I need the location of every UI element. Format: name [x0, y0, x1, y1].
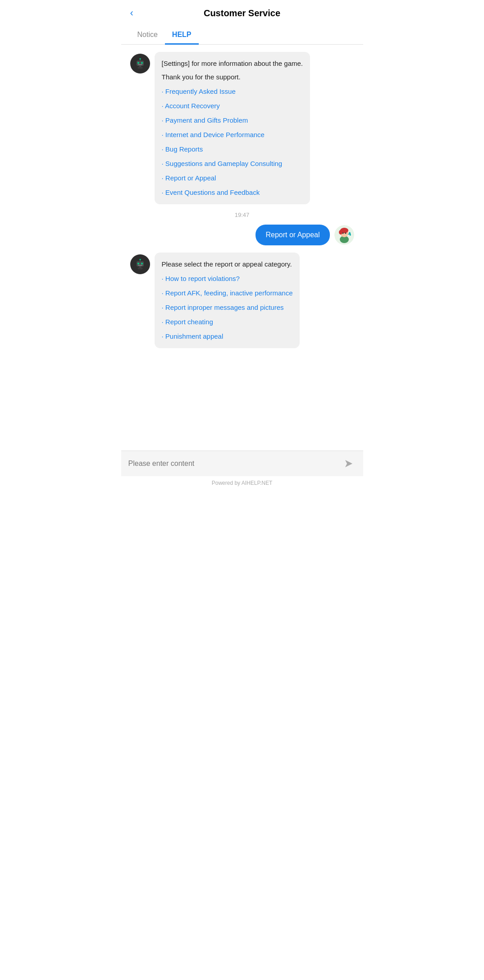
robot-icon-2 — [133, 257, 147, 271]
bot-message-2: Please select the report or appeal categ… — [130, 253, 354, 348]
svg-point-14 — [342, 233, 343, 234]
svg-point-3 — [141, 62, 143, 64]
page-title: Customer Service — [204, 8, 280, 18]
bot-message-1-line2: Thank you for the support. — [162, 72, 303, 83]
svg-point-24 — [139, 259, 141, 260]
link-faq[interactable]: · Frequently Asked Issue — [162, 86, 303, 97]
bot-avatar-2 — [130, 254, 150, 274]
user-message: Report or Appeal — [130, 225, 354, 245]
back-button[interactable]: ‹ — [130, 7, 133, 19]
svg-rect-8 — [137, 67, 142, 69]
message-input[interactable] — [128, 458, 342, 469]
svg-rect-25 — [139, 267, 141, 267]
send-icon — [343, 458, 354, 469]
tabs-bar: Notice HELP — [121, 26, 363, 45]
svg-point-20 — [137, 262, 139, 264]
link-report-appeal[interactable]: · Report or Appeal — [162, 173, 303, 184]
send-button[interactable] — [342, 456, 356, 471]
bot-message-1-line1: [Settings] for more information about th… — [162, 58, 303, 69]
link-report-improper[interactable]: · Report inproper messages and pictures — [162, 302, 293, 313]
link-internet[interactable]: · Internet and Device Performance — [162, 129, 303, 140]
link-account-recovery[interactable]: · Account Recovery — [162, 101, 303, 111]
link-punishment-appeal[interactable]: · Punishment appeal — [162, 331, 293, 342]
link-event-questions[interactable]: · Event Questions and Feedback — [162, 187, 303, 198]
user-bubble: Report or Appeal — [256, 225, 329, 245]
bot-message-1: [Settings] for more information about th… — [130, 52, 354, 204]
svg-rect-7 — [139, 66, 141, 67]
svg-rect-26 — [137, 267, 142, 269]
link-payment[interactable]: · Payment and Gifts Problem — [162, 115, 303, 126]
svg-point-21 — [141, 262, 143, 264]
bot-bubble-2: Please select the report or appeal categ… — [155, 253, 300, 348]
svg-point-13 — [339, 230, 342, 235]
tab-help[interactable]: HELP — [165, 26, 199, 45]
user-avatar-image — [334, 225, 354, 245]
link-report-cheating[interactable]: · Report cheating — [162, 317, 293, 327]
header: ‹ Customer Service — [121, 0, 363, 26]
bot-bubble-1: [Settings] for more information about th… — [155, 52, 310, 204]
footer-text: Powered by AIHELP.NET — [212, 480, 273, 486]
input-bar — [121, 451, 363, 476]
link-how-to-report[interactable]: · How to report violations? — [162, 273, 293, 284]
svg-point-2 — [137, 62, 139, 64]
link-suggestions[interactable]: · Suggestions and Gameplay Consulting — [162, 158, 303, 169]
bot-message-2-body: Please select the report or appeal categ… — [162, 259, 293, 270]
user-avatar — [334, 225, 354, 245]
link-report-afk[interactable]: · Report AFK, feeding, inactive performa… — [162, 288, 293, 299]
robot-icon — [133, 56, 147, 71]
svg-rect-4 — [138, 64, 142, 65]
tab-notice[interactable]: Notice — [130, 26, 165, 45]
svg-point-6 — [139, 58, 141, 60]
timestamp: 19:47 — [130, 212, 354, 218]
chat-area: [Settings] for more information about th… — [121, 45, 363, 451]
svg-point-15 — [345, 233, 346, 234]
link-bug-reports[interactable]: · Bug Reports — [162, 144, 303, 155]
bot-avatar-1 — [130, 54, 150, 74]
svg-rect-22 — [138, 265, 142, 266]
footer: Powered by AIHELP.NET — [121, 476, 363, 490]
